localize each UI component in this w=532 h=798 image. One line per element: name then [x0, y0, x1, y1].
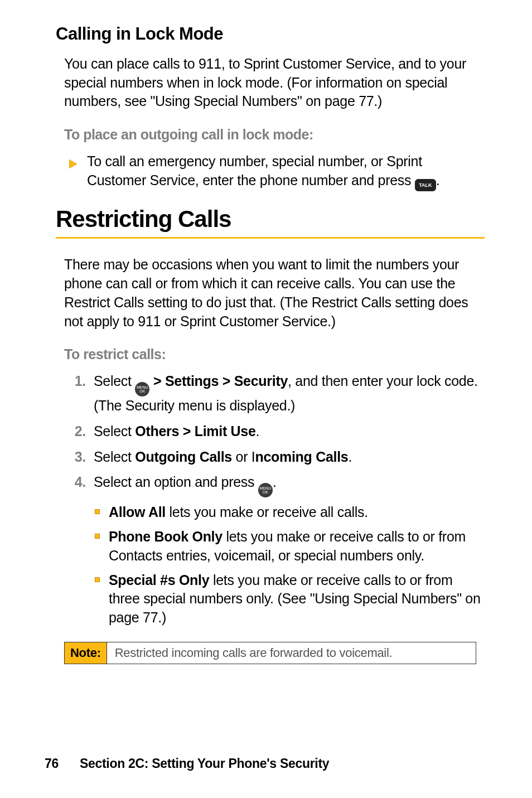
- text-fragment: .: [256, 423, 260, 439]
- icon-label: TALK: [419, 182, 432, 188]
- subhead-place-call: To place an outgoing call in lock mode:: [64, 125, 485, 144]
- text-fragment-bold: ncoming Calls: [255, 449, 349, 465]
- para-lock-intro: You can place calls to 911, to Sprint Cu…: [64, 55, 485, 111]
- svg-marker-0: [69, 159, 77, 168]
- options-list: Allow All lets you make or receive all c…: [94, 503, 485, 627]
- step-3: 3. Select Outgoing Calls or Incoming Cal…: [69, 448, 485, 467]
- option-allow-all: Allow All lets you make or receive all c…: [95, 503, 485, 522]
- arrow-bullet-text: To call an emergency number, special num…: [87, 152, 485, 191]
- heading-calling-lock: Calling in Lock Mode: [56, 22, 485, 46]
- step-1: 1. Select MENUOK > Settings > Security, …: [69, 372, 485, 415]
- text-fragment: .: [348, 449, 352, 465]
- icon-label: MENU: [260, 486, 272, 490]
- text-fragment-bold: > Settings > Security: [149, 373, 288, 389]
- icon-label: OK: [263, 490, 268, 494]
- square-bullet-icon: [95, 509, 100, 514]
- note-text: Restricted incoming calls are forwarded …: [107, 642, 400, 664]
- option-phonebook-only: Phone Book Only lets you make or receive…: [95, 528, 485, 565]
- option-text: Allow All lets you make or receive all c…: [109, 503, 485, 522]
- text-fragment-bold: Others > Limit Use: [135, 423, 255, 439]
- text-fragment: To call an emergency number, special num…: [87, 153, 422, 188]
- text-fragment: or I: [232, 449, 255, 465]
- page-footer: 76Section 2C: Setting Your Phone's Secur…: [45, 755, 329, 772]
- para-restrict-intro: There may be occasions when you want to …: [64, 255, 485, 331]
- text-fragment-bold: Phone Book Only: [109, 529, 223, 544]
- steps-list: 1. Select MENUOK > Settings > Security, …: [69, 372, 485, 633]
- option-text: Special #s Only lets you make or receive…: [109, 571, 485, 627]
- step-content: Select an option and press MENUOK. Allow…: [94, 473, 485, 633]
- play-arrow-icon: [69, 152, 77, 191]
- step-content: Select Outgoing Calls or Incoming Calls.: [94, 448, 485, 467]
- heading-underline: [56, 237, 485, 239]
- text-fragment: Select an option and press: [94, 474, 258, 490]
- step-number: 1.: [69, 372, 86, 415]
- step-content: Select Others > Limit Use.: [94, 422, 485, 441]
- icon-label: OK: [139, 389, 145, 393]
- step-number: 4.: [69, 473, 86, 633]
- text-fragment-bold: Special #s Only: [109, 572, 209, 588]
- menu-ok-icon: MENUOK: [135, 382, 149, 396]
- note-box: Note: Restricted incoming calls are forw…: [64, 642, 476, 664]
- note-label: Note:: [65, 642, 107, 664]
- text-fragment: .: [436, 172, 440, 188]
- text-fragment: Select: [94, 423, 135, 439]
- step-4: 4. Select an option and press MENUOK. Al…: [69, 473, 485, 633]
- text-fragment: Select: [94, 373, 135, 389]
- talk-key-icon: TALK: [415, 179, 436, 191]
- step-number: 3.: [69, 448, 86, 467]
- square-bullet-icon: [95, 577, 100, 582]
- square-bullet-icon: [95, 534, 100, 539]
- arrow-bullet-row: To call an emergency number, special num…: [69, 152, 485, 191]
- section-title: Section 2C: Setting Your Phone's Securit…: [80, 756, 329, 771]
- text-fragment: lets you make or receive all calls.: [166, 504, 368, 520]
- text-fragment: .: [273, 474, 277, 490]
- step-2: 2. Select Others > Limit Use.: [69, 422, 485, 441]
- text-fragment-bold: Allow All: [109, 504, 166, 520]
- heading-restricting-calls: Restricting Calls: [56, 204, 485, 235]
- subhead-restrict-calls: To restrict calls:: [64, 345, 485, 364]
- option-text: Phone Book Only lets you make or receive…: [109, 528, 485, 565]
- text-fragment-bold: Outgoing Calls: [135, 449, 232, 465]
- text-fragment: Select: [94, 449, 135, 465]
- page-number: 76: [45, 756, 59, 771]
- step-number: 2.: [69, 422, 86, 441]
- icon-label: MENU: [137, 385, 148, 389]
- step-content: Select MENUOK > Settings > Security, and…: [94, 372, 485, 415]
- menu-ok-icon: MENUOK: [258, 483, 273, 497]
- option-special-only: Special #s Only lets you make or receive…: [95, 571, 485, 627]
